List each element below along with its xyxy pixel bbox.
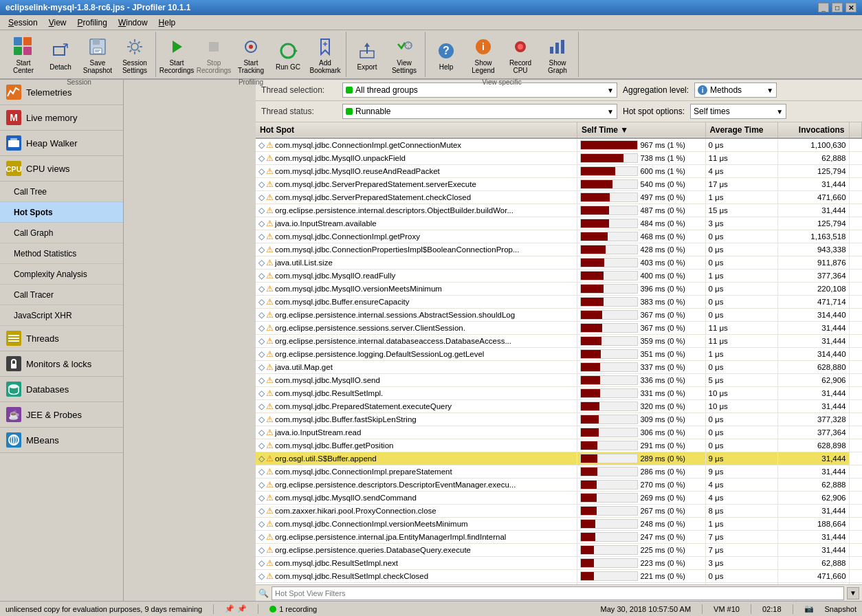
run-gc-button[interactable]: Run GC [270,33,306,77]
expand-icon[interactable]: ◇ [258,520,265,528]
table-row[interactable]: ◇⚠com.mysql.jdbc.MysqlIO.versionMeetsMin… [256,283,861,296]
expand-icon[interactable]: ◇ [258,285,265,293]
table-row[interactable]: ◇⚠com.mysql.jdbc.MysqlIO.unpackField738 … [256,152,861,165]
table-row[interactable]: ◇⚠com.mysql.jdbc.ResultSetImpl.next223 m… [256,557,861,570]
expand-icon[interactable]: ◇ [258,376,265,384]
sidebar-item-call-tracer[interactable]: Call Tracer [0,285,123,305]
table-row[interactable]: ◇⚠com.mysql.jdbc.MysqlIO.readFully400 ms… [256,270,861,283]
table-row[interactable]: ◇⚠com.mysql.jdbc.PreparedStatement.execu… [256,400,861,413]
expand-icon[interactable]: ◇ [258,206,265,214]
table-row[interactable]: ◇⚠com.mysql.jdbc.ConnectionPropertiesImp… [256,243,861,256]
show-graph-button[interactable]: ShowGraph [540,33,575,77]
session-settings-button[interactable]: SessionSettings [117,33,153,77]
table-row[interactable]: ◇⚠com.mysql.jdbc.Buffer.getPosition291 m… [256,439,861,452]
table-row[interactable]: ◇⚠com.mysql.jdbc.ServerPreparedStatement… [256,191,861,204]
table-row[interactable]: ◇⚠com.mysql.jdbc.ConnectionImpl.versionM… [256,518,861,531]
expand-icon[interactable]: ◇ [258,298,265,306]
table-row[interactable]: ◇⚠org.eclipse.persistence.internal.datab… [256,335,861,348]
menu-window[interactable]: Window [113,16,153,29]
sidebar-item-jee-probes[interactable]: ☕ JEE & Probes [0,402,123,428]
table-row[interactable]: ◇⚠org.osgl.util.S$Buffer.append289 ms (0… [256,452,861,465]
expand-icon[interactable]: ◇ [258,468,265,476]
expand-icon[interactable]: ◇ [258,324,265,332]
table-row[interactable]: ◇⚠com.mysql.jdbc.Buffer.ensureCapacity38… [256,296,861,309]
sidebar-item-hot-spots[interactable]: Hot Spots [0,202,123,223]
save-snapshot-button[interactable]: SaveSnapshot [80,33,115,77]
thread-selection-select[interactable]: All thread groups ▼ [342,82,617,98]
table-row[interactable]: ◇⚠com.mysql.jdbc.Buffer.fastSkipLenStrin… [256,413,861,426]
aggregation-select[interactable]: i Methods ▼ [694,82,777,98]
help-button[interactable]: ? Help [428,33,464,77]
window-controls[interactable]: _ □ ✕ [818,3,857,12]
expand-icon[interactable]: ◇ [258,311,265,319]
expand-icon[interactable]: ◇ [258,232,265,241]
sidebar-item-live-memory[interactable]: M Live memory [0,105,123,131]
start-recordings-button[interactable]: StartRecordings [159,33,195,77]
expand-icon[interactable]: ◇ [258,415,265,424]
expand-icon[interactable]: ◇ [258,167,265,175]
expand-icon[interactable]: ◇ [258,389,265,397]
table-row[interactable]: ◇⚠com.mysql.jdbc.ServerPreparedStatement… [256,178,861,191]
view-settings-button[interactable]: ViewSettings [386,33,422,77]
thread-status-select[interactable]: Runnable ▼ [342,104,617,119]
col-header-invocations[interactable]: Invocations [778,122,849,138]
expand-icon[interactable]: ◇ [258,507,265,515]
table-row[interactable]: ◇⚠com.mysql.jdbc.ConnectionImpl.getProxy… [256,230,861,243]
table-row[interactable]: ◇⚠java.util.List.size403 ms (0 %)0 μs911… [256,256,861,270]
start-center-button[interactable]: StartCenter [5,33,41,77]
expand-icon[interactable]: ◇ [258,245,265,254]
expand-icon[interactable]: ◇ [258,572,265,580]
expand-icon[interactable]: ◇ [258,141,265,149]
show-legend-button[interactable]: i ShowLegend [465,33,501,77]
hotspot-options-select[interactable]: Self times ▼ [690,104,786,119]
expand-icon[interactable]: ◇ [258,494,265,502]
sidebar-item-call-tree[interactable]: Call Tree [0,182,123,202]
sidebar-item-databases[interactable]: Databases [0,377,123,402]
expand-icon[interactable]: ◇ [258,533,265,541]
expand-icon[interactable]: ◇ [258,272,265,280]
sidebar-item-threads[interactable]: Threads [0,326,123,351]
table-row[interactable]: ◇⚠com.mysql.jdbc.ConnectionImpl.prepareS… [256,465,861,478]
table-row[interactable]: ◇⚠org.eclipse.persistence.internal.sessi… [256,309,861,322]
table-row[interactable]: ◇⚠com.mysql.jdbc.MysqlIO.send336 ms (0 %… [256,374,861,387]
expand-icon[interactable]: ◇ [258,402,265,410]
col-header-hotspot[interactable]: Hot Spot [256,122,577,138]
maximize-button[interactable]: □ [832,3,843,12]
sidebar-item-cpu-views[interactable]: CPU CPU views [0,156,123,182]
table-row[interactable]: ◇⚠org.eclipse.persistence.logging.Defaul… [256,348,861,361]
table-row[interactable]: ◇⚠org.eclipse.persistence.internal.jpa.E… [256,531,861,544]
menu-session[interactable]: Session [3,16,43,29]
expand-icon[interactable]: ◇ [258,180,265,188]
expand-icon[interactable]: ◇ [258,428,265,437]
hotspot-filter-input[interactable] [272,586,844,600]
record-cpu-button[interactable]: RecordCPU [502,33,538,77]
sidebar-item-monitors-locks[interactable]: Monitors & locks [0,351,123,377]
table-row[interactable]: ◇⚠com.mysql.jdbc.ResultSetImpl.331 ms (0… [256,387,861,400]
table-row[interactable]: ◇⚠java.io.InputStream.available484 ms (0… [256,217,861,230]
menu-view[interactable]: View [43,16,72,29]
sidebar-item-javascript-xhr[interactable]: JavaScript XHR [0,305,123,326]
table-row[interactable]: ◇⚠com.zaxxer.hikari.pool.ProxyConnection… [256,505,861,518]
table-row[interactable]: ◇⚠org.eclipse.persistence.descriptors.De… [256,478,861,492]
expand-icon[interactable]: ◇ [258,441,265,450]
sidebar-item-call-graph[interactable]: Call Graph [0,223,123,243]
table-row[interactable]: ◇⚠org.eclipse.persistence.sessions.serve… [256,322,861,335]
expand-icon[interactable]: ◇ [258,193,265,201]
expand-icon[interactable]: ◇ [258,258,265,267]
table-row[interactable]: ◇⚠org.eclipse.persistence.queries.Databa… [256,544,861,557]
expand-icon[interactable]: ◇ [258,363,265,371]
table-row[interactable]: ◇⚠com.mysql.jdbc.MysqlIO.reuseAndReadPac… [256,165,861,178]
sidebar-item-heap-walker[interactable]: Heap Walker [0,131,123,156]
sidebar-item-telemetries[interactable]: Telemetries [0,80,123,105]
menu-help[interactable]: Help [153,16,181,29]
table-row[interactable]: ◇⚠java.io.InputStream.read306 ms (0 %)0 … [256,426,861,439]
table-row[interactable]: ◇⚠com.mysql.jdbc.ResultSetImpl.checkClos… [256,570,861,583]
expand-icon[interactable]: ◇ [258,546,265,554]
sidebar-item-complexity-analysis[interactable]: Complexity Analysis [0,264,123,285]
stop-recordings-button[interactable]: StopRecordings [196,33,232,77]
col-header-avgtime[interactable]: Average Time [705,122,778,138]
start-tracking-button[interactable]: StartTracking [233,33,269,77]
table-row[interactable]: ◇⚠java.util.Map.get337 ms (0 %)0 μs628,8… [256,361,861,374]
table-row[interactable]: ◇⚠com.mysql.jdbc.MysqlIO.sendCommand269 … [256,492,861,505]
expand-icon[interactable]: ◇ [258,219,265,228]
